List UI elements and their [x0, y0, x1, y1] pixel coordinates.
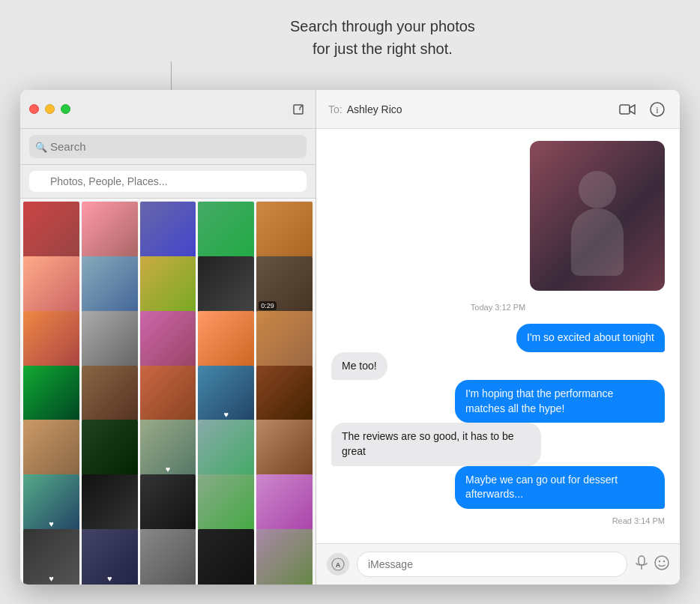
photo-thumb-31[interactable]: ♥ [23, 529, 79, 585]
svg-rect-8 [639, 556, 645, 565]
photo-thumb-10[interactable]: 0:29 [256, 256, 313, 312]
photo-thumb-9[interactable] [198, 256, 254, 312]
photo-thumb-7[interactable] [82, 256, 138, 312]
photos-titlebar [20, 90, 316, 129]
to-label: To: [328, 103, 343, 115]
messages-body: Today 3:12 PM I'm so excited about tonig… [316, 129, 680, 543]
timestamp-label: Today 3:12 PM [331, 303, 665, 312]
photo-thumb-12[interactable] [82, 311, 138, 367]
message-input[interactable] [357, 552, 627, 577]
compose-button[interactable] [290, 101, 307, 118]
photo-thumb-16[interactable] [23, 366, 79, 422]
photo-preview-area [331, 141, 665, 291]
photos-search-bar: 🔍 [20, 165, 316, 199]
photo-thumb-26[interactable]: ♥ [23, 474, 79, 531]
photo-thumb-21[interactable] [23, 420, 79, 476]
messages-input-area: A [316, 543, 680, 585]
photo-thumb-20[interactable] [256, 366, 313, 422]
photo-thumb-17[interactable] [82, 366, 138, 422]
photo-thumb-11[interactable] [23, 311, 79, 367]
maximize-button[interactable] [61, 104, 70, 114]
info-button[interactable]: i [647, 99, 668, 120]
message-row-4: The reviews are so good, it has to be gr… [331, 423, 665, 465]
photo-thumb-32[interactable]: ♥ [82, 529, 138, 585]
photo-thumb-35[interactable] [256, 529, 313, 585]
svg-text:i: i [656, 104, 659, 115]
message-row-2: Me too! [331, 352, 665, 381]
photo-thumb-13[interactable] [140, 311, 196, 367]
messages-panel: To: Ashley Rico i [316, 90, 680, 585]
svg-rect-3 [620, 105, 630, 114]
photo-thumb-6[interactable] [23, 256, 79, 312]
message-bubble-2: Me too! [331, 352, 387, 381]
photo-thumb-28[interactable] [140, 474, 196, 531]
photo-thumb-29[interactable] [198, 474, 254, 531]
main-search-wrapper: 🔍 [29, 135, 307, 158]
app-store-button[interactable]: A [327, 553, 349, 576]
main-search-input[interactable] [29, 135, 307, 158]
main-search-section: 🔍 [20, 129, 316, 165]
message-row-3: I'm hoping that the performance matches … [331, 380, 665, 423]
message-row-1: I'm so excited about tonight [331, 324, 665, 352]
photo-thumb-33[interactable] [140, 529, 196, 585]
window-controls [29, 104, 70, 114]
photo-preview-thumb [530, 141, 665, 291]
minimize-button[interactable] [45, 104, 55, 114]
photos-search-input[interactable] [29, 171, 307, 192]
photos-panel: 🔍 🔍 0:29♥♥♥♥♥ [20, 90, 316, 585]
messages-container: I'm so excited about tonightMe too!I'm h… [331, 324, 665, 509]
photo-thumb-34[interactable] [198, 529, 254, 585]
app-window: 🔍 🔍 0:29♥♥♥♥♥ To: Ashley Rico [20, 90, 680, 585]
message-bubble-1: I'm so excited about tonight [516, 324, 665, 352]
photo-thumb-4[interactable] [198, 202, 254, 258]
photo-grid: 0:29♥♥♥♥♥ [20, 199, 316, 585]
svg-point-11 [659, 560, 660, 561]
titlebar-actions: i [617, 99, 668, 120]
emoji-button[interactable] [654, 555, 669, 574]
photo-thumb-2[interactable] [82, 202, 138, 258]
photo-thumb-8[interactable] [140, 256, 196, 312]
photo-thumb-18[interactable] [140, 366, 196, 422]
svg-point-10 [655, 556, 669, 570]
search-wrapper: 🔍 [29, 171, 307, 192]
messages-titlebar: To: Ashley Rico i [316, 90, 680, 129]
close-button[interactable] [29, 104, 39, 114]
message-bubble-5: Maybe we can go out for dessert afterwar… [455, 466, 665, 509]
photo-thumb-27[interactable] [82, 474, 138, 531]
photo-thumb-1[interactable] [23, 202, 79, 258]
photo-thumb-15[interactable] [256, 311, 313, 367]
photo-thumb-19[interactable]: ♥ [198, 366, 254, 422]
recipient-area: To: Ashley Rico [328, 103, 402, 115]
photo-thumb-25[interactable] [256, 420, 313, 476]
photo-thumb-14[interactable] [198, 311, 254, 367]
photo-thumb-24[interactable] [198, 420, 254, 476]
recipient-name[interactable]: Ashley Rico [347, 103, 402, 115]
tooltip-text: Search through your photos for just the … [290, 15, 475, 60]
message-row-5: Maybe we can go out for dessert afterwar… [331, 466, 665, 509]
video-call-button[interactable] [617, 99, 638, 120]
message-bubble-3: I'm hoping that the performance matches … [455, 380, 665, 423]
photo-thumb-3[interactable] [140, 202, 196, 258]
photo-thumb-30[interactable] [256, 474, 313, 531]
photo-thumb-22[interactable] [82, 420, 138, 476]
photo-thumb-23[interactable]: ♥ [140, 420, 196, 476]
svg-text:A: A [336, 561, 341, 569]
read-label: Read 3:14 PM [331, 516, 665, 525]
audio-button[interactable] [635, 555, 648, 574]
input-actions [635, 555, 669, 574]
photo-thumb-5[interactable] [256, 202, 313, 258]
message-bubble-4: The reviews are so good, it has to be gr… [331, 423, 541, 465]
svg-point-12 [663, 560, 665, 561]
